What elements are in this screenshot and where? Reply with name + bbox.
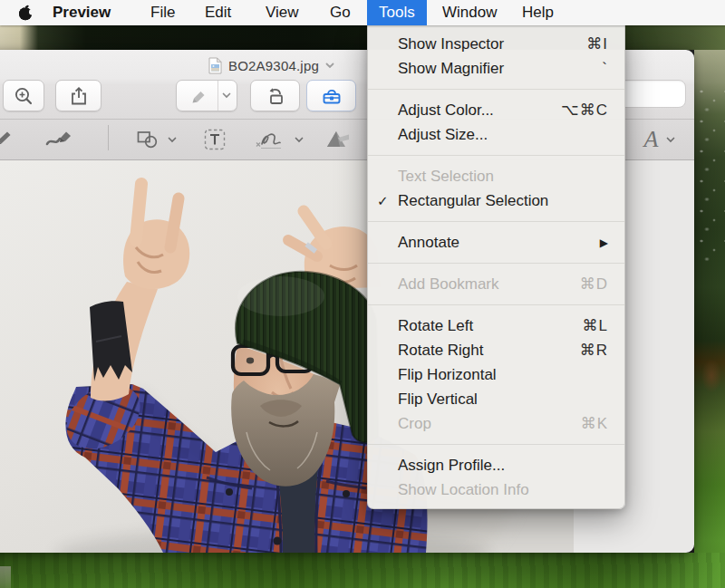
draw-tool[interactable] xyxy=(42,126,80,153)
square-circle-icon xyxy=(136,129,161,150)
shapes-tool[interactable] xyxy=(130,126,181,153)
text-tool[interactable] xyxy=(199,126,230,153)
magnifier-plus-icon xyxy=(13,85,34,107)
apple-logo-icon[interactable] xyxy=(18,5,34,21)
menu-item-show-inspector[interactable]: Show Inspector ⌘I xyxy=(368,32,624,56)
menu-item-flip-vertical[interactable]: Flip Vertical xyxy=(368,387,624,411)
chevron-down-icon[interactable] xyxy=(666,137,675,143)
submenu-arrow-icon: ▶ xyxy=(600,236,608,249)
menu-item-adjust-color[interactable]: Adjust Color... ⌥⌘C xyxy=(368,98,624,122)
checkmark-icon: ✓ xyxy=(377,188,397,213)
chevron-down-icon[interactable] xyxy=(222,92,231,99)
text-style-label: A xyxy=(644,126,659,153)
menubar-item-go[interactable]: Go xyxy=(320,0,361,25)
menu-item-flip-horizontal[interactable]: Flip Horizontal xyxy=(368,362,624,387)
grass-highlight xyxy=(0,566,11,588)
menubar-item-preview[interactable]: Preview xyxy=(43,0,121,25)
menu-item-annotate[interactable]: Annotate ▶ xyxy=(368,230,624,255)
text-style-tool[interactable]: A xyxy=(636,126,683,153)
tool-group-divider xyxy=(108,125,109,150)
rotate-counterclockwise-icon xyxy=(264,85,287,107)
menu-item-text-selection: Text Selection xyxy=(368,164,624,188)
prism-icon xyxy=(324,128,353,151)
menu-separator xyxy=(368,444,624,445)
menubar-item-edit[interactable]: Edit xyxy=(195,0,241,25)
chevron-down-icon[interactable] xyxy=(295,137,304,143)
title-cluster: BO2A9304.jpg xyxy=(208,55,334,75)
menu-item-adjust-size[interactable]: Adjust Size... xyxy=(368,122,624,147)
rotate-left-button[interactable] xyxy=(250,80,300,111)
menubar-item-tools[interactable]: Tools xyxy=(367,0,427,25)
segment-divider xyxy=(218,81,218,111)
tree-trunk xyxy=(698,353,725,399)
menu-item-rotate-left[interactable]: Rotate Left ⌘L xyxy=(368,313,624,338)
menu-separator xyxy=(368,155,624,156)
signature-icon xyxy=(254,129,288,150)
menu-item-show-location-info: Show Location Info xyxy=(368,477,624,502)
jpeg-document-icon xyxy=(208,57,222,74)
tools-menu: Show Inspector ⌘I Show Magnifier ` Adjus… xyxy=(367,25,625,509)
markup-toolbox-button[interactable] xyxy=(306,80,356,111)
share-button[interactable] xyxy=(55,80,102,111)
title-chevron-down-icon[interactable] xyxy=(325,63,334,69)
text-box-icon xyxy=(203,128,227,151)
menu-item-add-bookmark: Add Bookmark ⌘D xyxy=(368,272,624,296)
menu-item-rotate-right[interactable]: Rotate Right ⌘R xyxy=(368,338,624,362)
sign-tool[interactable] xyxy=(250,126,306,153)
desktop-wallpaper-grass xyxy=(0,553,725,588)
menubar-item-help[interactable]: Help xyxy=(512,0,564,25)
pencil-squiggle-icon xyxy=(0,129,16,150)
menubar-item-window[interactable]: Window xyxy=(432,0,507,25)
menu-separator xyxy=(368,89,624,90)
chevron-down-icon[interactable] xyxy=(168,137,177,143)
adjust-color-tool[interactable] xyxy=(317,126,361,153)
marker-squiggle-icon xyxy=(44,129,77,150)
menubar-item-file[interactable]: File xyxy=(140,0,185,25)
tree-blossoms xyxy=(694,86,725,267)
menu-bar: Preview File Edit View Go Tools Window H… xyxy=(0,0,725,25)
menubar-item-view[interactable]: View xyxy=(256,0,309,25)
menu-item-crop: Crop ⌘K xyxy=(368,411,624,436)
zoom-button[interactable] xyxy=(3,80,44,111)
highlight-button-group[interactable] xyxy=(176,80,237,111)
menu-separator xyxy=(368,221,624,222)
desktop: { "menu_bar": { "apple_icon": "apple-log… xyxy=(0,0,725,588)
menu-item-assign-profile[interactable]: Assign Profile... xyxy=(368,453,624,477)
menu-item-show-magnifier[interactable]: Show Magnifier ` xyxy=(368,56,624,81)
menu-separator xyxy=(368,263,624,264)
share-arrow-icon xyxy=(68,85,90,107)
menu-separator xyxy=(368,304,624,305)
window-title: BO2A9304.jpg xyxy=(228,58,319,73)
sketch-tool[interactable] xyxy=(0,126,18,153)
highlighter-icon xyxy=(188,85,210,107)
menu-item-rectangular-selection[interactable]: ✓ Rectangular Selection xyxy=(368,188,624,213)
toolbox-icon xyxy=(320,85,343,107)
